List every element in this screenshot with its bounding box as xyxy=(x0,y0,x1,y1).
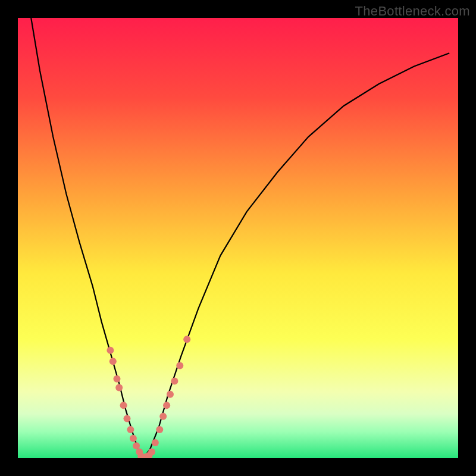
highlight-dot xyxy=(114,375,121,383)
highlight-dot xyxy=(171,378,178,385)
curve-layer xyxy=(18,18,458,458)
highlight-dot xyxy=(127,426,134,433)
highlight-dot xyxy=(148,449,155,456)
highlight-dot xyxy=(167,391,174,398)
plot-area xyxy=(18,18,458,458)
highlight-dot xyxy=(159,413,167,420)
highlight-dot xyxy=(124,415,131,422)
highlight-dot xyxy=(183,336,190,343)
highlight-dot xyxy=(156,426,163,433)
highlight-dot xyxy=(163,402,170,409)
highlight-dot xyxy=(107,347,114,354)
highlight-dot xyxy=(152,439,159,446)
highlight-dot xyxy=(176,362,183,369)
highlight-dot xyxy=(109,358,117,365)
bottleneck-curve xyxy=(31,18,449,458)
highlight-dot xyxy=(120,402,127,409)
highlight-dots xyxy=(107,336,190,458)
highlight-dot xyxy=(115,384,123,392)
watermark-text: TheBottleneck.com xyxy=(355,4,470,19)
highlight-dot xyxy=(130,435,137,442)
chart-frame: TheBottleneck.com xyxy=(0,0,476,476)
highlight-dot xyxy=(133,442,140,449)
